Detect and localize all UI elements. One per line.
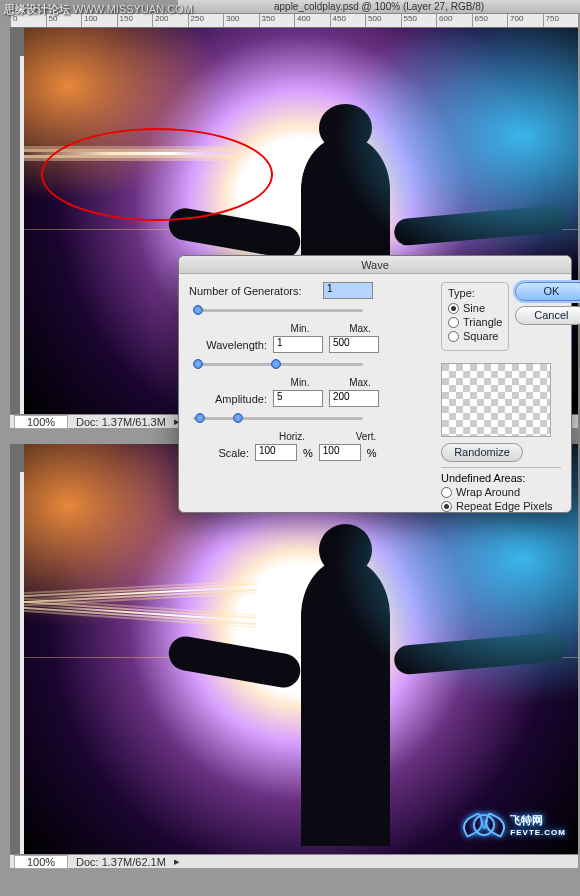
min-column-label: Min. bbox=[275, 377, 325, 388]
light-streak-wave bbox=[24, 585, 257, 599]
silhouette-figure bbox=[235, 559, 457, 846]
max-column-label: Max. bbox=[335, 323, 385, 334]
wavelength-max-input[interactable]: 500 bbox=[329, 336, 379, 353]
status-bar: 100% Doc: 1.37M/62.1M ▸ bbox=[10, 854, 578, 868]
chevron-right-icon[interactable]: ▸ bbox=[174, 855, 180, 868]
dialog-title: Wave bbox=[179, 256, 571, 274]
preview-thumbnail bbox=[441, 363, 551, 437]
fevte-logo: V 飞特网 FEVTE.COM bbox=[462, 810, 566, 840]
wavelength-min-input[interactable]: 1 bbox=[273, 336, 323, 353]
undefined-areas-group: Undefined Areas: Wrap Around Repeat Edge… bbox=[441, 467, 561, 512]
zoom-level[interactable]: 100% bbox=[14, 855, 68, 869]
num-generators-label: Number of Generators: bbox=[189, 285, 317, 297]
num-generators-input[interactable]: 1 bbox=[323, 282, 373, 299]
scale-label: Scale: bbox=[189, 447, 249, 459]
ok-button[interactable]: OK bbox=[515, 282, 580, 301]
doc-size-readout: Doc: 1.37M/61.3M bbox=[76, 416, 166, 428]
undefined-areas-legend: Undefined Areas: bbox=[441, 472, 561, 484]
wave-filter-dialog: Wave Number of Generators: 1 Min. Max. W… bbox=[178, 255, 572, 513]
wavelength-label: Wavelength: bbox=[189, 339, 267, 351]
type-triangle-radio[interactable]: Triangle bbox=[448, 316, 502, 328]
document-title-bar: apple_coldplay.psd @ 100% (Layer 27, RGB… bbox=[178, 0, 580, 14]
amplitude-label: Amplitude: bbox=[189, 393, 267, 405]
num-generators-slider[interactable] bbox=[193, 303, 363, 317]
scale-horiz-input[interactable]: 100 bbox=[255, 444, 297, 461]
scale-vert-input[interactable]: 100 bbox=[319, 444, 361, 461]
wrap-around-radio[interactable]: Wrap Around bbox=[441, 486, 561, 498]
horiz-column-label: Horiz. bbox=[267, 431, 317, 442]
amplitude-slider[interactable] bbox=[193, 411, 363, 425]
type-sine-radio[interactable]: Sine bbox=[448, 302, 502, 314]
percent-label: % bbox=[303, 447, 313, 459]
source-watermark: 思缘设计论坛 WWW.MISSYUAN.COM bbox=[4, 2, 193, 17]
type-square-radio[interactable]: Square bbox=[448, 330, 502, 342]
cancel-button[interactable]: Cancel bbox=[515, 306, 580, 325]
zoom-level[interactable]: 100% bbox=[14, 415, 68, 429]
amplitude-max-input[interactable]: 200 bbox=[329, 390, 379, 407]
doc-size-readout: Doc: 1.37M/62.1M bbox=[76, 856, 166, 868]
amplitude-min-input[interactable]: 5 bbox=[273, 390, 323, 407]
min-column-label: Min. bbox=[275, 323, 325, 334]
vert-column-label: Vert. bbox=[341, 431, 391, 442]
percent-label: % bbox=[367, 447, 377, 459]
red-annotation-ellipse bbox=[41, 128, 274, 221]
type-legend: Type: bbox=[448, 287, 502, 299]
max-column-label: Max. bbox=[335, 377, 385, 388]
type-group: Type: Sine Triangle Square bbox=[441, 282, 509, 351]
light-streak-wave bbox=[24, 604, 257, 622]
randomize-button[interactable]: Randomize bbox=[441, 443, 523, 462]
repeat-edge-radio[interactable]: Repeat Edge Pixels bbox=[441, 500, 561, 512]
wavelength-slider[interactable] bbox=[193, 357, 363, 371]
